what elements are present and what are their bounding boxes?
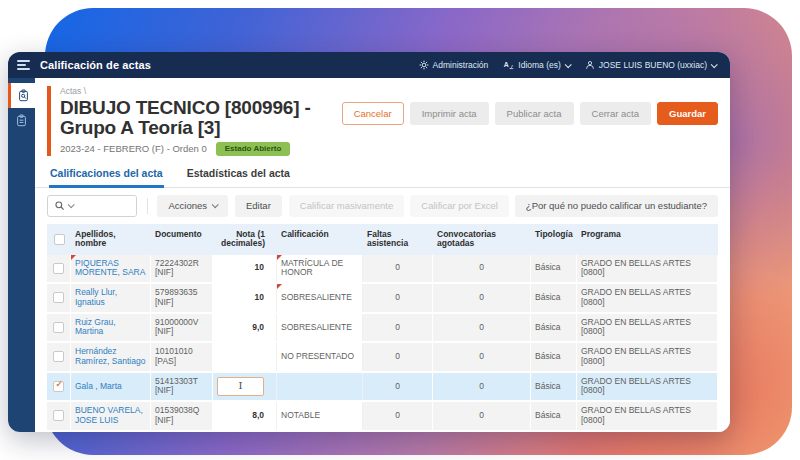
row-checkbox[interactable] <box>53 351 64 362</box>
admin-menu[interactable]: Administración <box>419 60 489 70</box>
grades-table: Apellidos, nombre Documento Nota (1 deci… <box>47 224 718 432</box>
program-cell: GRADO EN BELLAS ARTES [0800] <box>577 373 718 401</box>
row-checkbox-cell[interactable] <box>47 402 71 430</box>
chevron-down-icon <box>564 61 571 68</box>
exhausted-attempts-cell: 0 <box>433 314 531 342</box>
row-checkbox[interactable] <box>53 410 64 421</box>
student-name-cell[interactable]: PIQUERAS MORENTE, SARA <box>71 255 151 283</box>
row-checkbox[interactable] <box>53 263 64 274</box>
sidebar-item-actas-search[interactable] <box>8 83 35 108</box>
col-header-programa[interactable]: Programa <box>577 224 718 255</box>
grade-cell[interactable]: I <box>213 373 277 401</box>
publish-acta-button[interactable]: Publicar acta <box>495 102 574 125</box>
exhausted-attempts-cell: 0 <box>433 402 531 430</box>
table-row: BUENO VARELA, JOSE LUIS 01539038Q [NIF] … <box>47 402 718 432</box>
student-name-cell[interactable]: Hernández Ramírez, Santiago <box>71 343 151 371</box>
clipboard-search-icon <box>17 89 30 102</box>
student-name-cell[interactable]: Ruiz Grau, Martina <box>71 314 151 342</box>
student-name-link[interactable]: Gala , Marta <box>75 382 122 392</box>
qualification-cell: SOBRESALIENTE <box>277 284 363 312</box>
grade-cell[interactable]: 10 <box>213 255 277 283</box>
typology-cell: Básica <box>531 284 577 312</box>
edit-button[interactable]: Editar <box>235 195 282 217</box>
student-name-link[interactable]: Hernández Ramírez, Santiago <box>75 347 146 367</box>
student-name-link[interactable]: PIQUERAS MORENTE, SARA <box>75 259 146 279</box>
grading-help-button[interactable]: ¿Por qué no puedo calificar un estudiant… <box>515 195 718 217</box>
typology-cell: Básica <box>531 402 577 430</box>
page-subtitle: 2023-24 - FEBRERO (F) - Orden 0 <box>60 143 207 154</box>
language-label: Idioma (es) <box>518 60 561 70</box>
row-checkbox[interactable] <box>53 292 64 303</box>
save-button[interactable]: Guardar <box>657 102 718 125</box>
tab-estadisticas[interactable]: Estadísticas del acta <box>186 163 291 188</box>
sidebar <box>8 78 35 432</box>
student-name-link[interactable]: BUENO VARELA, JOSE LUIS <box>75 406 146 426</box>
breadcrumb[interactable]: Actas \ <box>60 86 342 96</box>
actions-dropdown[interactable]: Acciones <box>157 195 228 217</box>
document-cell: 91000000V [NIF] <box>151 314 213 342</box>
admin-label: Administración <box>433 60 489 70</box>
col-header-nota[interactable]: Nota (1 decimales) <box>213 224 277 255</box>
row-checkbox-cell[interactable] <box>47 284 71 312</box>
table-header-row: Apellidos, nombre Documento Nota (1 deci… <box>47 224 718 255</box>
search-box: Ir <box>47 195 137 217</box>
absences-cell: 0 <box>363 343 433 371</box>
exhausted-attempts-cell: 0 <box>433 373 531 401</box>
user-menu[interactable]: JOSE LUIS BUENO (uxxiac) <box>585 60 716 70</box>
absences-cell: 0 <box>363 284 433 312</box>
col-header-faltas[interactable]: Faltas asistencia <box>363 224 433 255</box>
row-checkbox-cell[interactable] <box>47 314 71 342</box>
app-header: Calificación de actas Administración A I… <box>8 52 730 78</box>
col-header-calificacion[interactable]: Calificación <box>277 224 363 255</box>
col-header-tipologia[interactable]: Tipología <box>531 224 577 255</box>
grade-cell[interactable] <box>213 343 277 371</box>
row-checkbox-cell[interactable] <box>47 343 71 371</box>
absences-cell: 0 <box>363 314 433 342</box>
tab-calificaciones[interactable]: Calificaciones del acta <box>49 163 164 188</box>
search-input[interactable] <box>79 196 137 216</box>
grade-cell[interactable]: 10 <box>213 284 277 312</box>
exhausted-attempts-cell: 0 <box>433 343 531 371</box>
grade-excel-button[interactable]: Calificar por Excel <box>410 195 509 217</box>
close-acta-button[interactable]: Cerrar acta <box>580 102 652 125</box>
student-name-link[interactable]: Ruiz Grau, Martina <box>75 318 146 338</box>
qualification-cell: SOBRESALIENTE <box>277 314 363 342</box>
document-cell: 01539038Q [NIF] <box>151 402 213 430</box>
grade-input[interactable]: I <box>217 377 264 396</box>
row-checkbox-cell[interactable] <box>47 373 71 401</box>
grade-cell[interactable]: 8,0 <box>213 402 277 430</box>
typology-cell: Básica <box>531 314 577 342</box>
tab-bar: Calificaciones del acta Estadísticas del… <box>35 158 730 188</box>
grade-bulk-button[interactable]: Calificar masivamente <box>289 195 404 217</box>
language-menu[interactable]: A Idioma (es) <box>503 60 570 71</box>
typology-cell: Básica <box>531 255 577 283</box>
row-checkbox-cell[interactable] <box>47 255 71 283</box>
grade-cell[interactable]: 9,0 <box>213 314 277 342</box>
chevron-down-icon <box>68 202 75 209</box>
student-name-link[interactable]: Really Llur, Ignatius <box>75 288 146 308</box>
col-header-convocatorias[interactable]: Convocatorias agotadas <box>433 224 531 255</box>
select-all-checkbox[interactable] <box>47 224 71 255</box>
program-cell: GRADO EN BELLAS ARTES [0800] <box>577 255 718 283</box>
status-badge: Estado Abierto <box>216 142 291 156</box>
svg-text:A: A <box>504 60 509 67</box>
search-scope-dropdown[interactable] <box>48 196 79 216</box>
absences-cell: 0 <box>363 255 433 283</box>
cancel-button[interactable]: Cancelar <box>342 102 404 125</box>
row-checkbox[interactable] <box>53 381 64 392</box>
row-checkbox[interactable] <box>53 322 64 333</box>
table-row: Ruiz Grau, Martina 91000000V [NIF] 9,0 S… <box>47 314 718 344</box>
student-name-cell[interactable]: Gala , Marta <box>71 373 151 401</box>
sidebar-item-actas[interactable] <box>8 108 35 133</box>
col-header-documento[interactable]: Documento <box>151 224 213 255</box>
qualification-cell: NO PRESENTADO <box>277 343 363 371</box>
breadcrumb-separator: \ <box>84 86 86 96</box>
menu-icon[interactable] <box>17 60 30 70</box>
student-name-cell[interactable]: Really Llur, Ignatius <box>71 284 151 312</box>
ibeam-cursor: I <box>239 381 243 391</box>
translate-icon: A <box>503 60 514 71</box>
qualification-cell: MATRÍCULA DE HONOR <box>277 255 363 283</box>
student-name-cell[interactable]: BUENO VARELA, JOSE LUIS <box>71 402 151 430</box>
col-header-apellidos[interactable]: Apellidos, nombre <box>71 224 151 255</box>
print-acta-button[interactable]: Imprimir acta <box>410 102 489 125</box>
